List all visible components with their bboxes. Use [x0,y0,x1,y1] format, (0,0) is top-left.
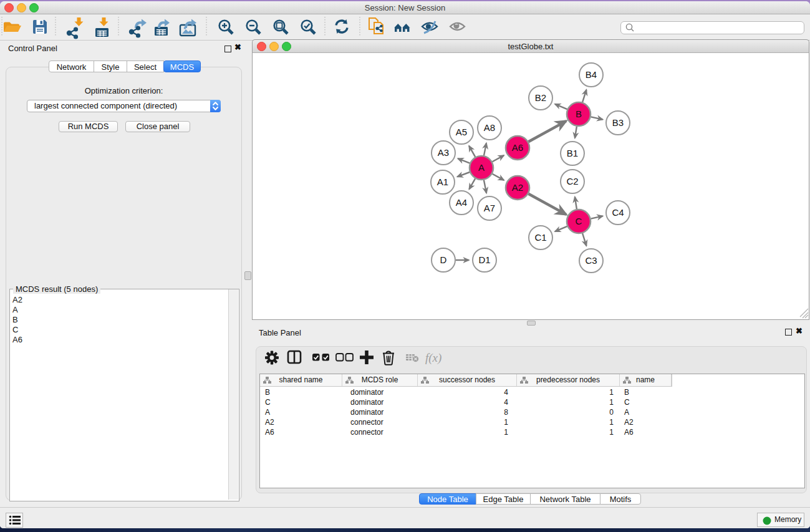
svg-text:A4: A4 [456,197,467,208]
svg-text:A6: A6 [512,142,523,153]
svg-text:B4: B4 [586,69,597,80]
svg-text:B3: B3 [612,117,624,128]
svg-text:C3: C3 [585,255,597,266]
svg-text:C: C [576,216,582,226]
svg-text:A1: A1 [437,177,448,187]
svg-text:A: A [478,162,485,173]
svg-text:A2: A2 [512,182,523,193]
svg-text:D1: D1 [478,254,490,265]
svg-text:B2: B2 [535,92,546,103]
svg-text:B: B [576,109,582,119]
svg-text:C1: C1 [534,232,546,243]
svg-text:f(x): f(x) [425,351,441,365]
svg-text:B1: B1 [567,148,578,158]
svg-text:A3: A3 [438,147,449,158]
svg-text:A7: A7 [484,203,495,213]
svg-text:A5: A5 [456,127,467,137]
svg-text:C4: C4 [612,207,624,218]
svg-text:A8: A8 [484,122,495,133]
svg-text:D: D [440,254,447,265]
svg-text:C2: C2 [566,176,578,186]
